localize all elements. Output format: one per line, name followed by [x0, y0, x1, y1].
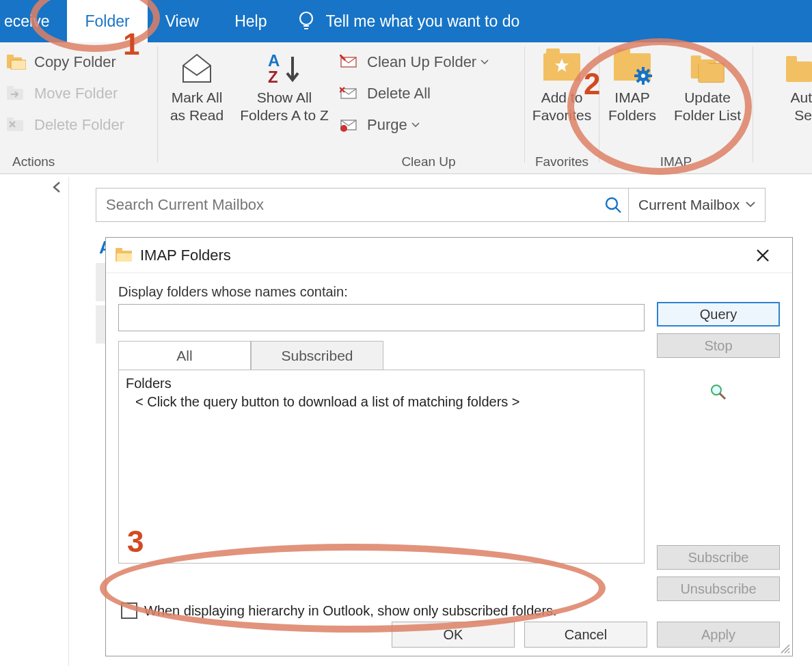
search-input[interactable] [96, 189, 598, 221]
envelope-purge-icon [338, 115, 360, 135]
delete-all-label: Delete All [367, 85, 431, 102]
tell-me-bulb[interactable] [284, 0, 325, 42]
folders-header: Folders [126, 376, 637, 391]
close-button[interactable] [755, 248, 783, 263]
subscribed-only-row: When displaying hierarchy in Outlook, sh… [121, 602, 557, 619]
tab-subscribed[interactable]: Subscribed [251, 341, 383, 370]
tab-send-receive-partial[interactable]: eceive [0, 0, 67, 42]
folders-stack-icon [688, 51, 727, 86]
imap-folders-dialog: IMAP Folders Display folders whose names… [105, 237, 793, 656]
search-row: Current Mailbox [96, 188, 766, 222]
ribbon-tabbar: eceive Folder View Help Tell me what you… [0, 0, 812, 42]
resize-grip[interactable] [779, 642, 791, 654]
show-all-folders-button[interactable]: A Z Show All Folders A to Z [236, 46, 333, 125]
ok-button[interactable]: OK [392, 622, 515, 648]
filter-label: Display folders whose names contain: [118, 284, 780, 300]
collapse-nav-icon[interactable] [51, 181, 62, 193]
folder-delete-icon [5, 115, 27, 135]
group-imap: IMAP Folders Update Folder List IMAP [599, 42, 753, 174]
show-all-label: Show All Folders A to Z [240, 89, 329, 125]
svg-rect-21 [786, 56, 797, 63]
group-mark-all: Mark All as Read [158, 42, 236, 174]
copy-folder-label: Copy Folder [34, 53, 116, 71]
mark-all-as-read-button[interactable]: Mark All as Read [158, 46, 236, 125]
purge-button[interactable]: Purge [333, 109, 524, 141]
search-scope-dropdown[interactable]: Current Mailbox [629, 188, 766, 222]
svg-point-22 [606, 198, 617, 209]
subscribe-button[interactable]: Subscribe [657, 545, 780, 570]
tab-view[interactable]: View [148, 0, 217, 42]
svg-text:A: A [268, 51, 280, 70]
update-folder-label: Update Folder List [674, 89, 741, 125]
group-cleanup: Clean Up Folder Delete All Purge [333, 42, 524, 174]
delete-all-button[interactable]: Delete All [333, 78, 524, 109]
stop-button[interactable]: Stop [657, 333, 780, 358]
dialog-right-column: Query Stop Subscribe Unsubscribe [657, 302, 780, 601]
svg-point-13 [340, 125, 347, 132]
delete-folder-button[interactable]: Delete Folder [0, 109, 157, 141]
svg-rect-7 [7, 117, 14, 122]
mark-all-label: Mark All as Read [170, 89, 224, 125]
cancel-button[interactable]: Cancel [524, 622, 647, 648]
folders-placeholder: < Click the query button to download a l… [126, 394, 637, 410]
tell-me-search[interactable]: Tell me what you want to do [325, 0, 537, 42]
dialog-buttons: OK Cancel Apply [392, 622, 780, 648]
copy-folder-button[interactable]: Copy Folder [0, 46, 157, 78]
group-cleanup-label: Clean Up [333, 154, 524, 169]
ribbon: Copy Folder Move Folder Delete Folder Ac… [0, 42, 812, 174]
group-partial-right: Aut Se [753, 42, 812, 174]
auto-label-partial: Aut [790, 89, 812, 107]
svg-rect-2 [7, 55, 14, 59]
dialog-titlebar: IMAP Folders [106, 238, 792, 273]
auto-button-partial[interactable]: Aut Se [753, 46, 812, 125]
tab-folder[interactable]: Folder [67, 0, 147, 42]
move-folder-label: Move Folder [34, 85, 118, 102]
folder-icon [785, 51, 812, 86]
svg-rect-25 [117, 253, 132, 262]
svg-point-26 [712, 385, 721, 395]
group-favorites: Add to Favorites Favorites [525, 42, 599, 174]
envelope-delete-icon [338, 84, 360, 103]
dropdown-caret-icon [411, 122, 420, 128]
group-actions-label: Actions [0, 154, 157, 169]
svg-point-15 [641, 74, 645, 78]
delete-folder-label: Delete Folder [34, 116, 124, 134]
chevron-down-icon [746, 202, 755, 208]
subscribed-only-checkbox[interactable] [121, 602, 137, 619]
group-imap-label: IMAP [599, 154, 753, 169]
add-to-favorites-button[interactable]: Add to Favorites [525, 46, 599, 125]
svg-rect-19 [699, 59, 709, 64]
clean-up-folder-button[interactable]: Clean Up Folder [333, 46, 524, 78]
svg-text:Z: Z [268, 68, 278, 85]
apply-button[interactable]: Apply [657, 622, 780, 648]
envelope-broom-icon [338, 53, 360, 72]
sort-az-icon: A Z [265, 51, 303, 86]
tab-all[interactable]: All [118, 341, 251, 370]
svg-rect-24 [116, 248, 122, 252]
svg-rect-5 [7, 86, 14, 90]
folder-arrow-icon [5, 84, 27, 103]
magnifier-icon [709, 383, 728, 402]
svg-rect-18 [699, 64, 724, 83]
dropdown-caret-icon [481, 59, 489, 65]
dialog-title: IMAP Folders [140, 247, 231, 264]
svg-rect-20 [786, 61, 812, 82]
tab-help[interactable]: Help [217, 0, 284, 42]
folders-listbox[interactable]: Folders < Click the query button to down… [118, 370, 645, 564]
clean-up-label: Clean Up Folder [367, 53, 476, 71]
folder-gear-icon [613, 51, 651, 86]
move-folder-button[interactable]: Move Folder [0, 78, 157, 109]
filter-input[interactable] [118, 304, 645, 331]
unsubscribe-button[interactable]: Unsubscribe [657, 577, 780, 601]
query-button[interactable]: Query [657, 302, 780, 327]
purge-label: Purge [367, 116, 407, 134]
search-icon[interactable] [598, 195, 628, 214]
folder-star-icon [543, 51, 581, 86]
add-favorites-label: Add to Favorites [532, 89, 591, 125]
envelope-open-icon [178, 51, 216, 86]
subscribed-only-label: When displaying hierarchy in Outlook, sh… [144, 603, 557, 619]
se-label-partial: Se [794, 107, 812, 124]
group-actions: Copy Folder Move Folder Delete Folder Ac… [0, 42, 157, 174]
folder-icon [116, 248, 133, 263]
folder-icon [5, 53, 27, 72]
